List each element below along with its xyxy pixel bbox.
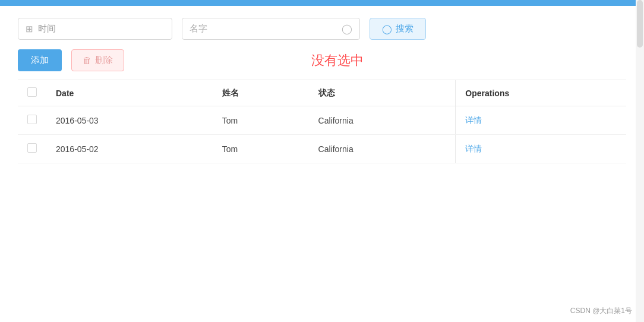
row2-detail-link[interactable]: 详情 (465, 144, 482, 153)
delete-button-label: 删除 (95, 55, 113, 66)
date-placeholder-text: 时间 (38, 23, 56, 34)
select-all-checkbox[interactable] (27, 87, 37, 97)
table-row: 2016-05-02 Tom California 详情 (18, 135, 626, 163)
search-btn-label: 搜索 (396, 23, 413, 34)
row2-checkbox-cell (18, 135, 46, 163)
search-button[interactable]: ◯ 搜索 (370, 18, 426, 40)
header-checkbox-cell (18, 80, 46, 106)
row2-checkbox[interactable] (27, 143, 37, 153)
header-name: 姓名 (213, 80, 309, 106)
name-placeholder-text: 名字 (190, 23, 207, 34)
delete-button[interactable]: 🗑 删除 (71, 49, 124, 71)
data-table: Date 姓名 状态 Operations (18, 80, 626, 163)
search-row: ⊞ 时间 名字 ◯ ◯ 搜索 (18, 18, 626, 40)
action-row: 添加 🗑 删除 没有选中 (18, 49, 626, 71)
row1-checkbox[interactable] (27, 115, 37, 124)
header-date: Date (46, 80, 213, 106)
row1-operations: 详情 (456, 106, 626, 135)
search-btn-icon: ◯ (382, 24, 392, 34)
date-input-wrapper[interactable]: ⊞ 时间 (18, 18, 172, 40)
main-content: ⊞ 时间 名字 ◯ ◯ 搜索 添加 🗑 删除 没有选中 (0, 6, 644, 322)
row2-operations: 详情 (456, 135, 626, 163)
scrollbar-thumb[interactable] (637, 0, 643, 48)
watermark-text: CSDN @大白菜1号 (570, 306, 632, 316)
top-bar (0, 0, 644, 6)
add-button[interactable]: 添加 (18, 49, 62, 71)
row1-checkbox-cell (18, 106, 46, 135)
row1-status: California (309, 106, 456, 135)
table-row: 2016-05-03 Tom California 详情 (18, 106, 626, 135)
scrollbar-track[interactable] (636, 0, 644, 322)
page-wrapper: ⊞ 时间 名字 ◯ ◯ 搜索 添加 🗑 删除 没有选中 (0, 0, 644, 322)
calendar-icon: ⊞ (26, 24, 33, 34)
add-button-label: 添加 (31, 55, 49, 65)
search-circle-icon: ◯ (342, 23, 352, 34)
row1-detail-link[interactable]: 详情 (465, 115, 482, 125)
table-header-row: Date 姓名 状态 Operations (18, 80, 626, 106)
no-select-text: 没有选中 (311, 52, 364, 70)
row2-name: Tom (213, 135, 309, 163)
header-operations: Operations (456, 80, 626, 106)
row1-date: 2016-05-03 (46, 106, 213, 135)
row2-date: 2016-05-02 (46, 135, 213, 163)
trash-icon: 🗑 (83, 55, 91, 65)
name-input-wrapper[interactable]: 名字 ◯ (182, 18, 360, 40)
row2-status: California (309, 135, 456, 163)
row1-name: Tom (213, 106, 309, 135)
header-status: 状态 (309, 80, 456, 106)
